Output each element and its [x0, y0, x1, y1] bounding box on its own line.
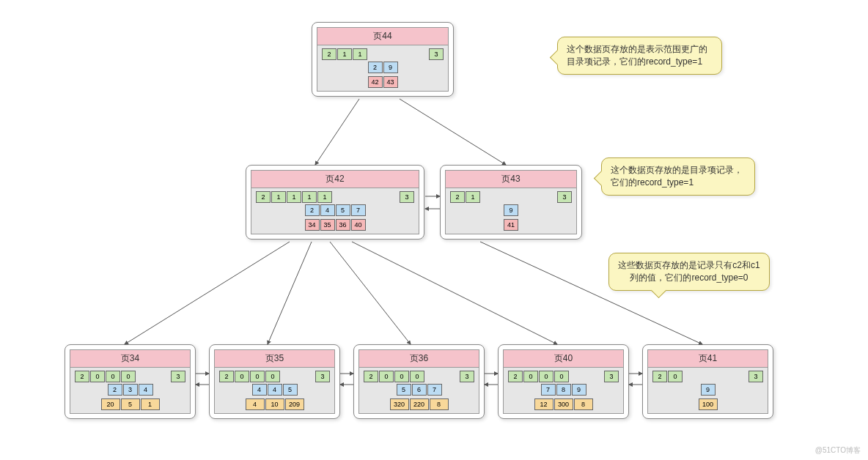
ptr-cell: 40	[351, 219, 366, 231]
annotation-top: 这个数据页存放的是表示范围更广的目录项记录，它们的record_type=1	[557, 37, 722, 75]
hdr-cell: 0	[250, 371, 265, 382]
hdr-cell: 0	[265, 371, 280, 382]
page-35: 页35 2 0 0 0 3 4 4 5 4 10 209	[214, 349, 335, 414]
c1-cell: 4	[246, 398, 265, 410]
hdr-cell: 2	[219, 371, 234, 382]
page-43-frame: 页43 2 1 3 9 41	[440, 165, 582, 240]
svg-line-1	[400, 99, 506, 165]
svg-line-7	[352, 242, 557, 344]
c1-cell: 320	[390, 398, 409, 410]
hdr-cell: 2	[450, 191, 465, 203]
page-34-frame: 页34 2 0 0 0 3 2 3 4 20 5 1	[65, 344, 196, 419]
page-40-title: 页40	[504, 350, 623, 368]
c2-cell: 9	[701, 384, 716, 396]
hdr-cell: 0	[539, 371, 553, 382]
page-36-title: 页36	[359, 350, 479, 368]
hdr-cell: 2	[508, 371, 523, 382]
hdr-cell: 0	[394, 371, 409, 382]
ptr-cell: 41	[504, 219, 518, 231]
page-42: 页42 2 1 1 1 1 3 2 4 5 7 34 35 36 40	[251, 170, 419, 234]
svg-line-4	[125, 242, 290, 344]
c1-cell: 1	[141, 398, 160, 410]
ptr-cell: 42	[368, 76, 383, 88]
page-41: 页41 2 0 3 9 100	[647, 349, 768, 414]
c1-cell: 8	[574, 398, 593, 410]
hdr-cell: 1	[287, 191, 301, 203]
hdr-cell: 2	[364, 371, 378, 382]
hdr-cell: 0	[379, 371, 394, 382]
hdr-cell: 0	[235, 371, 249, 382]
page-41-title: 页41	[648, 350, 768, 368]
key-cell: 9	[383, 62, 398, 73]
hdr-cell: 3	[429, 48, 444, 60]
page-36-frame: 页36 2 0 0 0 3 5 6 7 320 220 8	[353, 344, 485, 419]
c2-cell: 2	[108, 384, 122, 396]
c1-cell: 8	[430, 398, 449, 410]
key-cell: 7	[351, 204, 366, 216]
hdr-cell: 1	[302, 191, 317, 203]
c1-cell: 209	[285, 398, 304, 410]
hdr-cell: 0	[410, 371, 424, 382]
svg-line-6	[330, 242, 411, 344]
watermark: @51CTO博客	[815, 445, 861, 456]
hdr-cell: 3	[557, 191, 572, 203]
hdr-cell: 0	[106, 371, 120, 382]
page-40-frame: 页40 2 0 0 0 3 7 8 9 12 300 8	[498, 344, 629, 419]
annotation-mid: 这个数据页存放的是目录项记录，它们的record_type=1	[601, 157, 755, 196]
hdr-cell: 0	[90, 371, 105, 382]
hdr-cell: 1	[337, 48, 352, 60]
page-41-frame: 页41 2 0 3 9 100	[642, 344, 773, 419]
c1-cell: 10	[265, 398, 284, 410]
c2-cell: 4	[252, 384, 267, 396]
c1-cell: 300	[554, 398, 573, 410]
page-43-title: 页43	[446, 171, 576, 188]
c1-cell: 220	[410, 398, 429, 410]
c1-cell: 100	[699, 398, 718, 410]
page-34: 页34 2 0 0 0 3 2 3 4 20 5 1	[70, 349, 191, 414]
c2-cell: 9	[572, 384, 586, 396]
hdr-cell: 1	[317, 191, 332, 203]
c1-cell: 12	[534, 398, 553, 410]
c2-cell: 4	[139, 384, 153, 396]
page-42-frame: 页42 2 1 1 1 1 3 2 4 5 7 34 35 36 40	[246, 165, 424, 240]
c2-cell: 8	[556, 384, 571, 396]
page-35-title: 页35	[215, 350, 334, 368]
hdr-cell: 3	[400, 191, 414, 203]
ptr-cell: 35	[320, 219, 335, 231]
ptr-cell: 34	[305, 219, 320, 231]
c1-cell: 20	[101, 398, 120, 410]
hdr-cell: 2	[75, 371, 89, 382]
page-40: 页40 2 0 0 0 3 7 8 9 12 300 8	[503, 349, 624, 414]
key-cell: 2	[305, 204, 320, 216]
hdr-cell: 3	[749, 371, 763, 382]
hdr-cell: 1	[466, 191, 480, 203]
hdr-cell: 2	[256, 191, 271, 203]
page-44: 页44 2 1 1 3 2 9 42 43	[317, 27, 449, 92]
svg-line-0	[315, 99, 359, 165]
c2-cell: 5	[397, 384, 411, 396]
c1-cell: 5	[121, 398, 140, 410]
ptr-cell: 36	[336, 219, 350, 231]
hdr-cell: 1	[353, 48, 367, 60]
annotation-bot: 这些数据页存放的是记录只有c2和c1列的值，它们的record_type=0	[608, 253, 770, 291]
page-34-title: 页34	[70, 350, 190, 368]
c2-cell: 5	[283, 384, 298, 396]
hdr-cell: 2	[652, 371, 667, 382]
c2-cell: 3	[123, 384, 138, 396]
page-36: 页36 2 0 0 0 3 5 6 7 320 220 8	[358, 349, 479, 414]
key-cell: 2	[368, 62, 383, 73]
key-cell: 5	[336, 204, 350, 216]
hdr-cell: 0	[668, 371, 683, 382]
ptr-cell: 43	[383, 76, 398, 88]
c2-cell: 4	[268, 384, 282, 396]
c2-cell: 7	[427, 384, 442, 396]
hdr-cell: 0	[554, 371, 569, 382]
c2-cell: 7	[541, 384, 556, 396]
svg-line-5	[268, 242, 312, 344]
hdr-cell: 0	[523, 371, 538, 382]
hdr-cell: 2	[322, 48, 336, 60]
key-cell: 4	[320, 204, 335, 216]
key-cell: 9	[504, 204, 518, 216]
c2-cell: 6	[412, 384, 427, 396]
hdr-cell: 1	[271, 191, 286, 203]
